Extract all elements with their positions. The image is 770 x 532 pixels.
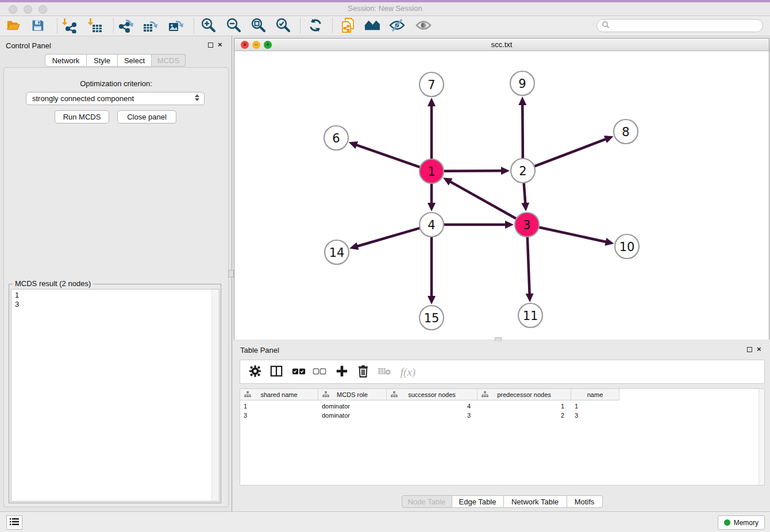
graph-edge-arrowhead: [428, 203, 436, 211]
add-column-button[interactable]: [334, 364, 350, 380]
graph-node-label: 1: [428, 165, 435, 179]
import-network-button[interactable]: [60, 18, 78, 35]
export-image-button[interactable]: [167, 18, 184, 35]
tab-node-table[interactable]: Node Table: [402, 495, 452, 508]
main-toolbar: [0, 16, 770, 36]
graph-node-label: 9: [518, 77, 526, 91]
criterion-dropdown[interactable]: strongly connected component: [26, 92, 205, 105]
memory-button[interactable]: Memory: [718, 515, 765, 530]
export-image-icon: [168, 17, 184, 36]
criterion-value: strongly connected component: [32, 94, 134, 103]
deselect-all-button[interactable]: [311, 364, 328, 380]
zoom-selected-button[interactable]: [274, 18, 291, 35]
close-panel-button[interactable]: Close panel: [117, 110, 176, 124]
float-panel-icon[interactable]: [208, 43, 213, 48]
graph-node-label: 6: [332, 132, 340, 145]
first-neighbors-button[interactable]: [364, 18, 381, 35]
tab-style[interactable]: Style: [87, 54, 118, 67]
tab-select[interactable]: Select: [118, 54, 152, 67]
apply-layout-button[interactable]: [307, 18, 324, 35]
graph-node-label: 3: [523, 218, 530, 232]
table-scrollbar[interactable]: [759, 389, 764, 485]
run-mcds-button[interactable]: Run MCDS: [55, 110, 109, 124]
graph-edge-arrowhead: [605, 238, 614, 246]
export-network-button[interactable]: [117, 18, 134, 35]
network-frame-title: scc.txt: [234, 40, 769, 49]
zoom-fit-button[interactable]: [249, 18, 267, 35]
table-header-row: shared name MCDS role successor nodes pr…: [240, 389, 619, 400]
search-input[interactable]: [613, 22, 758, 30]
open-folder-icon: [6, 18, 21, 35]
mcds-result-group: MCDS result (2 nodes) 1 3: [9, 284, 221, 503]
show-panels-button[interactable]: [6, 515, 22, 530]
zoom-out-icon: [225, 17, 241, 36]
graph-edge-2-9[interactable]: [522, 103, 523, 159]
eye-slash-icon: [389, 18, 405, 35]
close-table-panel-icon[interactable]: ×: [757, 345, 761, 353]
graph-edge-3-11[interactable]: [528, 237, 530, 295]
mcds-result-textarea[interactable]: 1 3: [11, 289, 220, 502]
window-titlebar: Session: New Session: [0, 0, 770, 16]
graph-edge-2-8[interactable]: [534, 138, 607, 166]
delete-column-button[interactable]: [355, 364, 371, 380]
network-canvas[interactable]: 7968124314101511: [234, 51, 769, 340]
refresh-arrows-icon: [308, 18, 323, 35]
network-view-frame: × − + scc.txt 7968124314101511: [234, 38, 769, 340]
graph-edge-2-3[interactable]: [524, 183, 526, 205]
table-panel: Table Panel × f(x) s: [234, 341, 770, 511]
tree-icon: [482, 391, 488, 399]
tab-mcds[interactable]: MCDS: [152, 54, 186, 67]
graph-edge-arrowhead: [349, 242, 359, 250]
select-all-button[interactable]: [291, 364, 307, 380]
delete-table-button[interactable]: [376, 364, 392, 380]
column-header-successor-nodes[interactable]: successor nodes: [387, 389, 478, 400]
graph-edge-arrowhead: [526, 294, 534, 302]
import-table-button[interactable]: [86, 18, 103, 35]
save-session-button[interactable]: [29, 18, 46, 35]
column-header-shared-name[interactable]: shared name: [240, 389, 318, 400]
tab-edge-table[interactable]: Edge Table: [452, 495, 504, 508]
tab-network-table[interactable]: Network Table: [504, 495, 567, 508]
graph-node-label: 4: [428, 218, 435, 232]
vertical-splitter-handle[interactable]: [228, 270, 234, 277]
function-builder-button[interactable]: f(x): [396, 364, 419, 380]
table-settings-button[interactable]: [247, 364, 263, 380]
graph-edge-3-10[interactable]: [539, 227, 607, 242]
copy-network-icon: [340, 17, 356, 36]
new-network-from-selection-button[interactable]: [339, 18, 356, 35]
memory-status-icon: [724, 519, 730, 526]
show-all-button[interactable]: [415, 18, 432, 35]
hide-selection-button[interactable]: [388, 18, 406, 35]
zoom-out-button[interactable]: [225, 18, 242, 35]
graph-edge-4-14[interactable]: [356, 228, 420, 246]
float-table-panel-icon[interactable]: [747, 347, 752, 352]
tab-network[interactable]: Network: [45, 54, 87, 67]
zoom-in-button[interactable]: [199, 18, 217, 35]
houses-icon: [364, 18, 381, 35]
zoom-in-icon: [200, 17, 216, 36]
result-scrollbar[interactable]: [211, 290, 219, 501]
eye-icon: [415, 18, 432, 35]
tab-motifs[interactable]: Motifs: [567, 495, 603, 508]
column-header-predecessor-nodes[interactable]: predecessor nodes: [478, 389, 571, 400]
export-network-icon: [118, 17, 134, 36]
graph-edge-arrowhead: [349, 141, 358, 149]
close-panel-icon[interactable]: ×: [218, 40, 222, 49]
column-header-mcds-role[interactable]: MCDS role: [318, 389, 387, 400]
graph-edge-1-6[interactable]: [355, 145, 420, 168]
graph-edge-3-1[interactable]: [449, 181, 517, 219]
table-row[interactable]: 1 dominator 4 1 1: [240, 402, 619, 411]
search-field[interactable]: [596, 19, 763, 32]
control-panel-title: Control Panel: [6, 41, 51, 50]
toolbar-separator: [332, 18, 333, 33]
table-row[interactable]: 3 dominator 3 2 3: [240, 411, 619, 420]
split-panes-icon: [270, 365, 283, 380]
column-header-name[interactable]: name: [571, 389, 619, 400]
graph-node-label: 8: [622, 125, 629, 139]
gear-icon: [249, 365, 261, 380]
export-table-button[interactable]: [142, 18, 159, 35]
graph-edge-1-2[interactable]: [444, 171, 503, 171]
toolbar-separator: [57, 18, 57, 33]
open-session-button[interactable]: [5, 18, 22, 35]
toggle-panes-button[interactable]: [268, 364, 284, 380]
